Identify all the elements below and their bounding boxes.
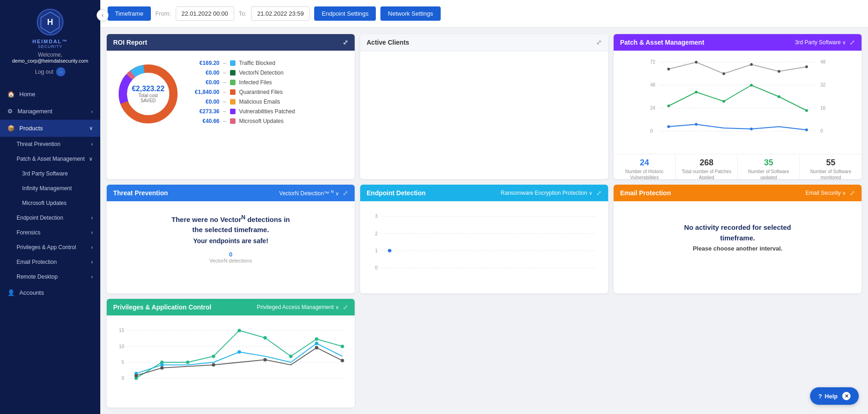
sidebar-item-label: Forensics bbox=[17, 229, 40, 236]
sidebar-item-privileges[interactable]: Privileges & App Control › bbox=[0, 240, 100, 255]
expand-icon[interactable]: ⤢ bbox=[343, 39, 348, 46]
network-settings-button[interactable]: Network Settings bbox=[380, 6, 440, 21]
sidebar-item-products[interactable]: 📦 Products ∨ bbox=[0, 120, 100, 137]
svg-point-37 bbox=[134, 374, 138, 377]
sidebar-item-forensics[interactable]: Forensics › bbox=[0, 225, 100, 240]
chevron-down-icon: ∨ bbox=[842, 190, 846, 196]
threat-card-body: There were no VectorN detections in the … bbox=[107, 201, 355, 275]
help-button[interactable]: ? Help ✕ bbox=[810, 387, 859, 405]
patch-dropdown[interactable]: 3rd Party Software ∨ bbox=[795, 39, 846, 46]
roi-amount: €0.00 bbox=[190, 70, 219, 76]
roi-amount: €169.20 bbox=[190, 60, 219, 66]
sidebar-item-label: Email Protection bbox=[17, 259, 57, 265]
patch-stat-val: 268 bbox=[678, 158, 736, 168]
endpoint-title: Endpoint Detection bbox=[367, 189, 425, 197]
sidebar-item-threat-prevention[interactable]: Threat Prevention › bbox=[0, 137, 100, 152]
endpoint-settings-button[interactable]: Endpoint Settings bbox=[314, 6, 376, 21]
svg-point-55 bbox=[667, 68, 670, 70]
roi-amount: €1,840.00 bbox=[190, 89, 219, 95]
svg-point-60 bbox=[805, 65, 808, 68]
svg-text:1: 1 bbox=[375, 248, 378, 253]
sidebar-item-endpoint-detection[interactable]: Endpoint Detection › bbox=[0, 210, 100, 225]
roi-amount: €40.66 bbox=[190, 118, 219, 124]
expand-icon[interactable]: ⤢ bbox=[596, 39, 602, 46]
expand-icon[interactable]: ⤢ bbox=[850, 189, 855, 197]
roi-row-quarantined: €1,840.00 – Quarantined Files bbox=[190, 89, 345, 95]
patch-stat-software-monitored: 55 Number of Software monitored bbox=[800, 154, 862, 179]
sidebar-item-accounts[interactable]: 👤 Accounts bbox=[0, 284, 100, 301]
sidebar-item-home[interactable]: 🏠 Home bbox=[0, 86, 100, 103]
expand-icon[interactable]: ⤢ bbox=[850, 39, 855, 46]
svg-point-69 bbox=[750, 128, 753, 130]
brand-sub: SECURITY bbox=[38, 44, 63, 49]
svg-point-39 bbox=[212, 363, 215, 367]
svg-text:32: 32 bbox=[821, 82, 826, 87]
patch-header-right: 3rd Party Software ∨ ⤢ bbox=[795, 39, 855, 46]
logout-label: Log out bbox=[35, 69, 53, 75]
to-date-input[interactable]: 21.02.2022 23:59 bbox=[251, 6, 310, 21]
priv-chart-area: 15 10 5 0 bbox=[107, 315, 355, 408]
svg-text:15: 15 bbox=[119, 328, 124, 333]
help-label: Help bbox=[825, 393, 838, 400]
endpoint-header-right: Ransomware Encryption Protection ∨ ⤢ bbox=[501, 189, 602, 197]
email-title: Email Protection bbox=[620, 189, 671, 197]
sidebar-item-label: Patch & Asset Management bbox=[17, 156, 85, 162]
expand-icon[interactable]: ⤢ bbox=[596, 189, 602, 197]
sidebar-item-infinity[interactable]: Infinity Management bbox=[0, 181, 100, 196]
svg-point-67 bbox=[667, 125, 670, 128]
svg-point-42 bbox=[341, 359, 344, 362]
chevron-right-icon: › bbox=[91, 244, 93, 251]
roi-label: VectorN Detection bbox=[239, 70, 284, 76]
email-card-header: Email Protection Email Security ∨ ⤢ bbox=[614, 185, 862, 201]
roi-row-vectorn: €0.00 – VectorN Detection bbox=[190, 70, 345, 76]
active-clients-title: Active Clients bbox=[367, 39, 409, 46]
email-protection-card: Email Protection Email Security ∨ ⤢ No a… bbox=[614, 185, 862, 293]
sidebar-item-management[interactable]: ⚙ Management › bbox=[0, 103, 100, 120]
priv-dropdown[interactable]: Privileged Access Management ∨ bbox=[257, 304, 339, 310]
sidebar-item-remote-desktop[interactable]: Remote Desktop › bbox=[0, 269, 100, 284]
svg-point-35 bbox=[237, 350, 241, 354]
logout-button[interactable]: Log out → bbox=[35, 67, 65, 76]
expand-icon[interactable]: ⤢ bbox=[343, 303, 348, 311]
sidebar-item-3rd-party[interactable]: 3rd Party Software bbox=[0, 166, 100, 181]
patch-stat-label: Number of Software monitored bbox=[802, 169, 860, 179]
threat-card-header: Threat Prevention VectorN Detection™ N ∨… bbox=[107, 185, 355, 201]
chevron-down-icon: ∨ bbox=[335, 191, 339, 196]
endpoint-dropdown-text: Ransomware Encryption Protection bbox=[501, 190, 587, 196]
roi-card-body: €2,323.22 Total cost SAVED €169.20 – Tra… bbox=[107, 51, 355, 137]
timeframe-button[interactable]: Timeframe bbox=[108, 6, 151, 21]
threat-sup: N bbox=[241, 214, 246, 221]
email-dropdown-text: Email Security bbox=[805, 190, 841, 196]
svg-point-63 bbox=[723, 100, 725, 103]
chevron-down-icon: ∨ bbox=[89, 156, 93, 162]
svg-text:3: 3 bbox=[375, 214, 378, 219]
svg-point-30 bbox=[289, 355, 293, 358]
roi-label: Vulnerabilities Patched bbox=[239, 108, 295, 115]
logout-icon: → bbox=[56, 67, 65, 76]
svg-point-31 bbox=[315, 338, 318, 341]
from-label: From: bbox=[155, 10, 171, 17]
sidebar-item-email-protection[interactable]: Email Protection › bbox=[0, 255, 100, 269]
svg-point-61 bbox=[667, 105, 670, 107]
patch-chart-area: 72 48 24 0 48 32 16 0 bbox=[614, 51, 862, 154]
threat-dropdown-label[interactable]: VectorN Detection™ N ∨ bbox=[279, 189, 339, 197]
from-date-input[interactable]: 22.01.2022 00:00 bbox=[176, 6, 234, 21]
sidebar-item-microsoft-updates[interactable]: Microsoft Updates bbox=[0, 196, 100, 210]
welcome-text: Welcome, bbox=[38, 52, 62, 58]
toolbar: Timeframe From: 22.01.2022 00:00 To: 21.… bbox=[100, 0, 868, 28]
threat-title: Threat Prevention bbox=[113, 189, 168, 197]
email-message: No activity recorded for selected timefr… bbox=[684, 222, 791, 254]
endpoint-dropdown[interactable]: Ransomware Encryption Protection ∨ bbox=[501, 190, 592, 196]
chevron-down-icon: ∨ bbox=[335, 304, 339, 310]
sidebar-item-patch-asset[interactable]: Patch & Asset Management ∨ bbox=[0, 152, 100, 166]
email-header-right: Email Security ∨ ⤢ bbox=[805, 189, 855, 197]
help-close-button[interactable]: ✕ bbox=[842, 392, 851, 400]
sidebar-item-label: Privileges & App Control bbox=[17, 244, 76, 251]
svg-text:72: 72 bbox=[650, 59, 656, 64]
active-clients-header: Active Clients ⤢ bbox=[360, 34, 608, 51]
sidebar-collapse-button[interactable]: ‹ bbox=[97, 9, 109, 21]
expand-icon[interactable]: ⤢ bbox=[343, 189, 348, 197]
svg-point-65 bbox=[778, 95, 781, 98]
email-dropdown[interactable]: Email Security ∨ bbox=[805, 190, 846, 196]
svg-point-28 bbox=[237, 329, 241, 332]
